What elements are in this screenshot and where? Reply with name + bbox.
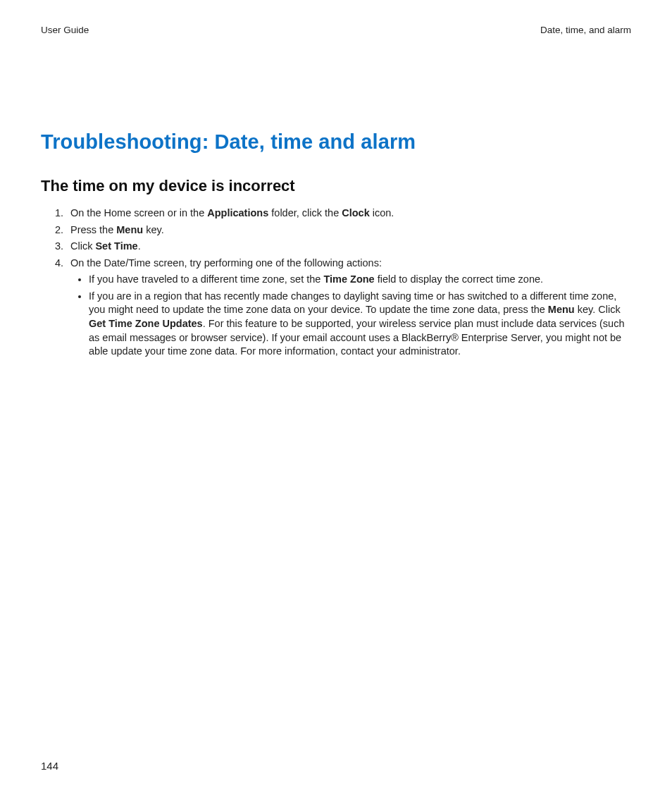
bold-text: Applications bbox=[207, 207, 268, 218]
substeps-list: If you have traveled to a different time… bbox=[70, 273, 631, 358]
header-left: User Guide bbox=[41, 24, 89, 37]
page-title: Troubleshooting: Date, time and alarm bbox=[41, 128, 631, 156]
page-header: User Guide Date, time, and alarm bbox=[41, 24, 631, 37]
document-page: User Guide Date, time, and alarm Trouble… bbox=[0, 0, 672, 807]
step-text: On the Date/Time screen, try performing … bbox=[70, 257, 382, 269]
step-text: folder, click the bbox=[268, 207, 342, 218]
substep-text: key. Click bbox=[575, 304, 621, 315]
step-item: Click Set Time. bbox=[66, 240, 631, 254]
bold-text: Time Zone bbox=[323, 273, 374, 285]
step-item: On the Home screen or in the Application… bbox=[66, 207, 631, 221]
step-text: On the Home screen or in the bbox=[70, 207, 207, 218]
step-text: key. bbox=[143, 224, 164, 235]
step-text: . bbox=[138, 240, 141, 252]
step-text: Click bbox=[70, 240, 95, 252]
substep-text: field to display the correct time zone. bbox=[375, 273, 543, 285]
substep-item: If you are in a region that has recently… bbox=[89, 290, 631, 359]
substep-item: If you have traveled to a different time… bbox=[89, 273, 631, 287]
bold-text: Menu bbox=[116, 224, 143, 235]
step-text: icon. bbox=[370, 207, 394, 218]
step-text: Press the bbox=[70, 224, 116, 235]
step-item: On the Date/Time screen, try performing … bbox=[66, 257, 631, 359]
substep-text: If you have traveled to a different time… bbox=[89, 273, 323, 285]
section-heading: The time on my device is incorrect bbox=[41, 175, 631, 197]
bold-text: Clock bbox=[342, 207, 370, 218]
bold-text: Menu bbox=[548, 304, 575, 315]
step-item: Press the Menu key. bbox=[66, 223, 631, 238]
page-number: 144 bbox=[41, 759, 58, 773]
steps-list: On the Home screen or in the Application… bbox=[41, 207, 631, 359]
header-right: Date, time, and alarm bbox=[540, 24, 631, 37]
substep-text: If you are in a region that has recently… bbox=[89, 290, 616, 316]
bold-text: Get Time Zone Updates bbox=[89, 318, 203, 329]
bold-text: Set Time bbox=[95, 240, 137, 252]
